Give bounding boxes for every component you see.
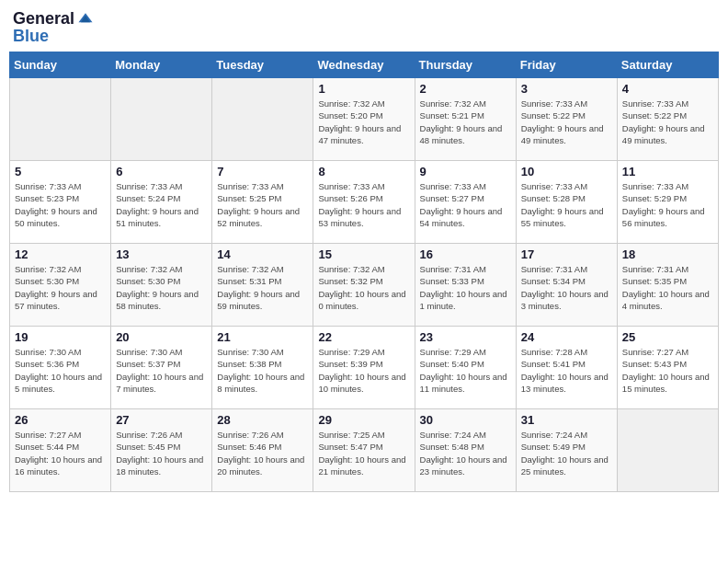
- calendar-cell: 13Sunrise: 7:32 AM Sunset: 5:30 PM Dayli…: [111, 244, 212, 327]
- day-detail: Sunrise: 7:33 AM Sunset: 5:24 PM Dayligh…: [116, 180, 207, 229]
- day-number: 18: [622, 247, 713, 261]
- day-detail: Sunrise: 7:33 AM Sunset: 5:27 PM Dayligh…: [420, 180, 511, 229]
- day-number: 11: [622, 165, 713, 178]
- weekday-header: Thursday: [415, 52, 516, 78]
- calendar-cell: 14Sunrise: 7:32 AM Sunset: 5:31 PM Dayli…: [212, 244, 313, 327]
- day-detail: Sunrise: 7:25 AM Sunset: 5:47 PM Dayligh…: [318, 429, 409, 477]
- day-detail: Sunrise: 7:33 AM Sunset: 5:28 PM Dayligh…: [521, 180, 612, 229]
- day-detail: Sunrise: 7:24 AM Sunset: 5:49 PM Dayligh…: [521, 429, 612, 477]
- calendar-cell: [111, 78, 212, 161]
- calendar-cell: 12Sunrise: 7:32 AM Sunset: 5:30 PM Dayli…: [10, 244, 111, 327]
- day-number: 19: [15, 330, 106, 344]
- day-detail: Sunrise: 7:32 AM Sunset: 5:30 PM Dayligh…: [116, 263, 207, 312]
- day-number: 27: [116, 413, 207, 427]
- calendar-cell: 22Sunrise: 7:29 AM Sunset: 5:39 PM Dayli…: [313, 327, 415, 409]
- calendar-cell: 11Sunrise: 7:33 AM Sunset: 5:29 PM Dayli…: [617, 161, 718, 244]
- day-number: 16: [420, 247, 511, 261]
- calendar-cell: 17Sunrise: 7:31 AM Sunset: 5:34 PM Dayli…: [516, 244, 617, 327]
- calendar-week-row: 1Sunrise: 7:32 AM Sunset: 5:20 PM Daylig…: [10, 78, 719, 161]
- calendar-cell: 7Sunrise: 7:33 AM Sunset: 5:25 PM Daylig…: [212, 161, 313, 244]
- day-detail: Sunrise: 7:26 AM Sunset: 5:46 PM Dayligh…: [217, 429, 308, 477]
- day-detail: Sunrise: 7:30 AM Sunset: 5:38 PM Dayligh…: [217, 346, 308, 395]
- day-number: 30: [420, 413, 511, 427]
- day-detail: Sunrise: 7:33 AM Sunset: 5:25 PM Dayligh…: [217, 180, 308, 229]
- calendar-cell: 24Sunrise: 7:28 AM Sunset: 5:41 PM Dayli…: [516, 327, 617, 409]
- calendar-cell: 30Sunrise: 7:24 AM Sunset: 5:48 PM Dayli…: [415, 409, 516, 492]
- calendar-cell: [10, 78, 111, 161]
- day-number: 3: [521, 82, 612, 96]
- calendar-cell: 20Sunrise: 7:30 AM Sunset: 5:37 PM Dayli…: [111, 327, 212, 409]
- day-number: 28: [217, 413, 308, 427]
- day-number: 23: [420, 330, 511, 344]
- day-number: 10: [521, 165, 612, 178]
- logo: General Blue: [13, 9, 95, 44]
- calendar-cell: 1Sunrise: 7:32 AM Sunset: 5:20 PM Daylig…: [313, 78, 415, 161]
- calendar-week-row: 5Sunrise: 7:33 AM Sunset: 5:23 PM Daylig…: [10, 161, 719, 244]
- calendar-cell: 25Sunrise: 7:27 AM Sunset: 5:43 PM Dayli…: [617, 327, 718, 409]
- calendar-week-row: 19Sunrise: 7:30 AM Sunset: 5:36 PM Dayli…: [10, 327, 719, 409]
- calendar-week-row: 12Sunrise: 7:32 AM Sunset: 5:30 PM Dayli…: [10, 244, 719, 327]
- day-number: 6: [116, 165, 207, 178]
- calendar-cell: 8Sunrise: 7:33 AM Sunset: 5:26 PM Daylig…: [313, 161, 415, 244]
- day-detail: Sunrise: 7:32 AM Sunset: 5:21 PM Dayligh…: [420, 98, 511, 146]
- day-number: 17: [521, 247, 612, 261]
- day-number: 5: [15, 165, 106, 178]
- day-detail: Sunrise: 7:33 AM Sunset: 5:26 PM Dayligh…: [318, 180, 409, 229]
- calendar-week-row: 26Sunrise: 7:27 AM Sunset: 5:44 PM Dayli…: [10, 409, 719, 492]
- day-number: 7: [217, 165, 308, 178]
- day-detail: Sunrise: 7:29 AM Sunset: 5:40 PM Dayligh…: [420, 346, 511, 395]
- day-detail: Sunrise: 7:33 AM Sunset: 5:23 PM Dayligh…: [15, 180, 106, 229]
- day-detail: Sunrise: 7:33 AM Sunset: 5:22 PM Dayligh…: [521, 98, 612, 146]
- day-detail: Sunrise: 7:32 AM Sunset: 5:31 PM Dayligh…: [217, 263, 308, 312]
- calendar-cell: [212, 78, 313, 161]
- day-number: 12: [15, 247, 106, 261]
- calendar-cell: 31Sunrise: 7:24 AM Sunset: 5:49 PM Dayli…: [516, 409, 617, 492]
- day-number: 15: [318, 247, 409, 261]
- day-detail: Sunrise: 7:32 AM Sunset: 5:30 PM Dayligh…: [15, 263, 106, 312]
- day-number: 29: [318, 413, 409, 427]
- day-detail: Sunrise: 7:33 AM Sunset: 5:29 PM Dayligh…: [622, 180, 713, 229]
- calendar-cell: [617, 409, 718, 492]
- calendar-cell: 15Sunrise: 7:32 AM Sunset: 5:32 PM Dayli…: [313, 244, 415, 327]
- logo-text: General: [13, 10, 74, 27]
- day-number: 4: [622, 82, 713, 96]
- calendar-cell: 29Sunrise: 7:25 AM Sunset: 5:47 PM Dayli…: [313, 409, 415, 492]
- day-number: 1: [318, 82, 409, 96]
- day-number: 14: [217, 247, 308, 261]
- calendar-cell: 2Sunrise: 7:32 AM Sunset: 5:21 PM Daylig…: [415, 78, 516, 161]
- calendar-cell: 21Sunrise: 7:30 AM Sunset: 5:38 PM Dayli…: [212, 327, 313, 409]
- day-number: 25: [622, 330, 713, 344]
- day-detail: Sunrise: 7:30 AM Sunset: 5:36 PM Dayligh…: [15, 346, 106, 395]
- day-number: 8: [318, 165, 409, 178]
- day-detail: Sunrise: 7:26 AM Sunset: 5:45 PM Dayligh…: [116, 429, 207, 477]
- day-number: 13: [116, 247, 207, 261]
- calendar-cell: 27Sunrise: 7:26 AM Sunset: 5:45 PM Dayli…: [111, 409, 212, 492]
- calendar-cell: 9Sunrise: 7:33 AM Sunset: 5:27 PM Daylig…: [415, 161, 516, 244]
- day-detail: Sunrise: 7:33 AM Sunset: 5:22 PM Dayligh…: [622, 98, 713, 146]
- day-number: 20: [116, 330, 207, 344]
- calendar-cell: 5Sunrise: 7:33 AM Sunset: 5:23 PM Daylig…: [10, 161, 111, 244]
- day-detail: Sunrise: 7:24 AM Sunset: 5:48 PM Dayligh…: [420, 429, 511, 477]
- calendar-table: SundayMondayTuesdayWednesdayThursdayFrid…: [9, 52, 719, 492]
- day-detail: Sunrise: 7:28 AM Sunset: 5:41 PM Dayligh…: [521, 346, 612, 395]
- logo-icon: [76, 9, 95, 28]
- calendar-cell: 6Sunrise: 7:33 AM Sunset: 5:24 PM Daylig…: [111, 161, 212, 244]
- day-number: 2: [420, 82, 511, 96]
- day-detail: Sunrise: 7:29 AM Sunset: 5:39 PM Dayligh…: [318, 346, 409, 395]
- calendar-cell: 26Sunrise: 7:27 AM Sunset: 5:44 PM Dayli…: [10, 409, 111, 492]
- day-detail: Sunrise: 7:31 AM Sunset: 5:34 PM Dayligh…: [521, 263, 612, 312]
- weekday-header: Wednesday: [313, 52, 415, 78]
- day-number: 9: [420, 165, 511, 178]
- page-header: General Blue: [9, 9, 719, 44]
- day-detail: Sunrise: 7:27 AM Sunset: 5:44 PM Dayligh…: [15, 429, 106, 477]
- calendar-cell: 4Sunrise: 7:33 AM Sunset: 5:22 PM Daylig…: [617, 78, 718, 161]
- calendar-cell: 28Sunrise: 7:26 AM Sunset: 5:46 PM Dayli…: [212, 409, 313, 492]
- day-number: 24: [521, 330, 612, 344]
- weekday-header: Monday: [111, 52, 212, 78]
- weekday-header: Tuesday: [212, 52, 313, 78]
- day-number: 31: [521, 413, 612, 427]
- weekday-header: Saturday: [617, 52, 718, 78]
- day-number: 26: [15, 413, 106, 427]
- calendar-cell: 23Sunrise: 7:29 AM Sunset: 5:40 PM Dayli…: [415, 327, 516, 409]
- calendar-cell: 18Sunrise: 7:31 AM Sunset: 5:35 PM Dayli…: [617, 244, 718, 327]
